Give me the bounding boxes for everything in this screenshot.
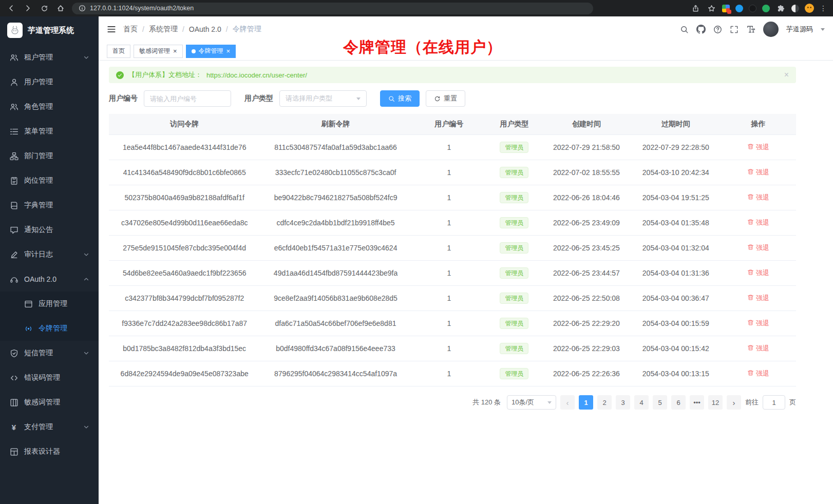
user-name[interactable]: 芋道源码	[786, 25, 813, 34]
column-header: 用户编号	[411, 114, 487, 135]
fullscreen-icon[interactable]	[730, 25, 739, 34]
page-button[interactable]: 6	[671, 395, 686, 410]
back-icon[interactable]	[6, 3, 16, 13]
reset-button[interactable]: 重置	[426, 90, 465, 107]
app-logo[interactable]: 芋道管理系统	[0, 16, 99, 44]
page-button[interactable]: 2	[597, 395, 612, 410]
sidebar-item[interactable]: 租户管理	[0, 45, 99, 70]
breadcrumb-item[interactable]: 系统管理	[149, 25, 178, 34]
browser-menu-icon[interactable]: ⋮	[820, 5, 827, 12]
bookmark-star-icon[interactable]	[706, 3, 716, 13]
force-logout-button[interactable]: 强退	[747, 344, 769, 353]
browser-profile-avatar[interactable]	[805, 4, 814, 13]
page-button[interactable]: 3	[616, 395, 630, 410]
reload-icon[interactable]	[39, 3, 49, 13]
force-logout-button[interactable]: 强退	[747, 369, 769, 378]
collapse-sidebar-icon[interactable]	[107, 25, 116, 34]
user-avatar[interactable]	[763, 22, 779, 37]
tab[interactable]: 敏感词管理×	[134, 45, 183, 58]
table-header-row: 访问令牌刷新令牌用户编号用户类型创建时间过期时间操作	[109, 114, 796, 135]
tab-bar: 首页敏感词管理×令牌管理×	[99, 42, 833, 61]
force-logout-button[interactable]: 强退	[747, 193, 769, 202]
sidebar: 芋道管理系统 租户管理用户管理角色管理菜单管理部门管理岗位管理字典管理通知公告审…	[0, 16, 99, 504]
user-id-cell: 1	[411, 160, 487, 185]
sidebar-item[interactable]: ¥支付管理	[0, 415, 99, 439]
goto-page-input[interactable]	[763, 395, 785, 410]
page-button[interactable]: 4	[634, 395, 649, 410]
page-button[interactable]: 1	[579, 395, 593, 410]
force-logout-button[interactable]: 强退	[747, 294, 769, 303]
reset-button-label: 重置	[444, 94, 457, 103]
extension-icon[interactable]	[749, 5, 756, 12]
page-button[interactable]: 12	[708, 395, 723, 410]
prev-page-button[interactable]: ‹	[560, 395, 575, 410]
force-logout-button[interactable]: 强退	[747, 268, 769, 278]
page-button[interactable]: 5	[653, 395, 667, 410]
sidebar-item[interactable]: 敏感词管理	[0, 390, 99, 415]
sidebar-item[interactable]: 用户管理	[0, 70, 99, 94]
tab[interactable]: 首页	[107, 45, 130, 58]
action-cell: 强退	[721, 311, 796, 336]
sidebar-item[interactable]: 报表设计器	[0, 439, 99, 464]
home-icon[interactable]	[55, 3, 66, 13]
url-bar[interactable]: 127.0.0.1:1024/system/oauth2/token	[72, 3, 593, 14]
help-icon[interactable]	[713, 25, 722, 34]
trash-icon	[747, 370, 754, 378]
site-info-icon[interactable]	[78, 5, 86, 12]
forward-icon[interactable]	[23, 3, 33, 13]
column-header: 过期时间	[631, 114, 721, 135]
chevron-up-icon	[83, 276, 89, 282]
extension-icon[interactable]	[735, 5, 743, 12]
sidebar-item-label: OAuth 2.0	[24, 275, 78, 283]
share-icon[interactable]	[690, 3, 701, 13]
tab-close-icon[interactable]: ×	[226, 48, 231, 54]
trash-icon	[747, 269, 754, 277]
sidebar-item[interactable]: 应用管理	[0, 292, 99, 316]
force-logout-button[interactable]: 强退	[747, 143, 769, 152]
sidebar-item[interactable]: 短信管理	[0, 341, 99, 365]
sidebar-item[interactable]: 字典管理	[0, 193, 99, 218]
doc-link[interactable]: https://doc.iocoder.cn/user-center/	[206, 71, 307, 79]
sidebar-item[interactable]: 部门管理	[0, 144, 99, 168]
sidebar-item[interactable]: 令牌管理	[0, 316, 99, 341]
github-icon[interactable]	[696, 25, 706, 34]
user-id-cell: 1	[411, 185, 487, 210]
alert-close-icon[interactable]: ×	[784, 71, 789, 79]
user-type-select[interactable]: 请选择用户类型	[279, 90, 367, 107]
extensions-puzzle-icon[interactable]	[775, 3, 786, 13]
sidebar-item[interactable]: 岗位管理	[0, 168, 99, 193]
tab[interactable]: 令牌管理×	[186, 45, 236, 58]
code-icon	[9, 374, 18, 382]
breadcrumb-item[interactable]: OAuth 2.0	[189, 25, 221, 33]
search-icon[interactable]	[680, 25, 689, 34]
more-pages-button[interactable]: •••	[690, 395, 704, 410]
tab-close-icon[interactable]: ×	[173, 48, 177, 54]
force-logout-button[interactable]: 强退	[747, 168, 769, 177]
sidebar-item[interactable]: 角色管理	[0, 94, 99, 119]
sidebar-item[interactable]: 错误码管理	[0, 365, 99, 390]
refresh-token-cell: 9ce8ef2aa9f14056b831ae9b608e28d5	[260, 286, 411, 311]
sidebar-item-label: 报表设计器	[24, 447, 89, 456]
force-logout-button[interactable]: 强退	[747, 319, 769, 328]
force-logout-button[interactable]: 强退	[747, 243, 769, 253]
extension-icon[interactable]	[762, 5, 770, 12]
sidebar-item[interactable]: 审计日志	[0, 242, 99, 267]
next-page-button[interactable]: ›	[727, 395, 741, 410]
sidebar-item[interactable]: 菜单管理	[0, 119, 99, 144]
user-id-input[interactable]	[144, 90, 231, 107]
search-button[interactable]: 搜索	[380, 90, 420, 107]
extension-icon[interactable]	[722, 5, 730, 12]
breadcrumb-item[interactable]: 首页	[123, 25, 138, 34]
sidebar-item[interactable]: OAuth 2.0	[0, 267, 99, 292]
force-logout-label: 强退	[756, 143, 769, 152]
org-icon	[9, 152, 18, 161]
access-token-cell: 54d6be82ee5a460a9aedc1f9bf223656	[109, 261, 260, 286]
sidebar-item[interactable]: 通知公告	[0, 218, 99, 242]
force-logout-button[interactable]: 强退	[747, 218, 769, 227]
extension-icon[interactable]	[791, 5, 799, 12]
pagination: 共 120 条 10条/页 ‹ 123456•••12 › 前往 页	[109, 386, 796, 418]
content: 【用户体系】文档地址： https://doc.iocoder.cn/user-…	[99, 61, 833, 504]
font-size-icon[interactable]	[746, 25, 755, 34]
page-size-select[interactable]: 10条/页	[507, 395, 556, 410]
user-type-badge: 管理员	[500, 192, 528, 203]
